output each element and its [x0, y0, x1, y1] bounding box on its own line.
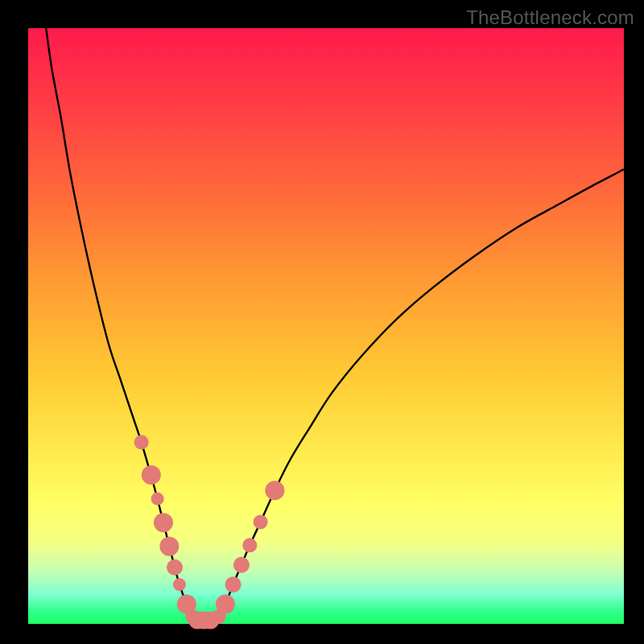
- chart-frame: TheBottleneck.com: [0, 0, 644, 644]
- plot-area: [28, 28, 624, 624]
- watermark-text: TheBottleneck.com: [466, 6, 634, 29]
